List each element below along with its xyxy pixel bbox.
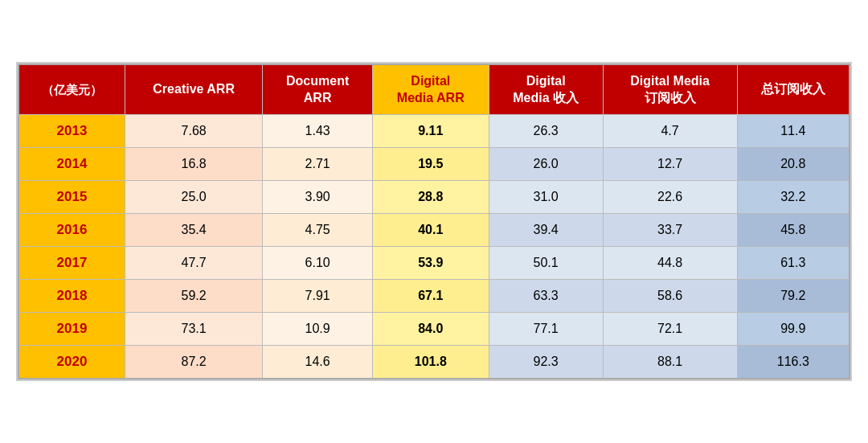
- header-creative-arr: Creative ARR: [125, 64, 263, 115]
- year-cell: 2014: [18, 148, 125, 181]
- creative-arr-cell: 25.0: [125, 181, 263, 214]
- data-table: （亿美元） Creative ARR DocumentARR DigitalMe…: [18, 64, 850, 380]
- digital-media-subscription-cell: 12.7: [603, 148, 737, 181]
- digital-media-subscription-cell: 22.6: [603, 181, 737, 214]
- document-arr-cell: 4.75: [263, 214, 372, 247]
- total-subscription-cell: 45.8: [737, 214, 850, 247]
- digital-media-revenue-cell: 77.1: [489, 313, 603, 346]
- digital-media-subscription-cell: 88.1: [603, 346, 737, 379]
- document-arr-cell: 3.90: [263, 181, 372, 214]
- digital-media-subscription-cell: 33.7: [603, 214, 737, 247]
- table-row: 201973.110.984.077.172.199.9: [18, 313, 850, 346]
- digital-media-arr-cell: 28.8: [372, 181, 489, 214]
- digital-media-arr-cell: 53.9: [372, 247, 489, 280]
- creative-arr-cell: 87.2: [125, 346, 263, 379]
- digital-media-arr-cell: 19.5: [372, 148, 489, 181]
- year-cell: 2020: [18, 346, 125, 379]
- digital-media-arr-cell: 67.1: [372, 280, 489, 313]
- total-subscription-cell: 116.3: [737, 346, 850, 379]
- total-subscription-cell: 79.2: [737, 280, 850, 313]
- digital-media-arr-cell: 101.8: [372, 346, 489, 379]
- header-digital-media-revenue: DigitalMedia 收入: [489, 64, 603, 115]
- year-cell: 2013: [18, 115, 125, 148]
- digital-media-revenue-cell: 92.3: [489, 346, 603, 379]
- table-row: 201416.82.7119.526.012.720.8: [18, 148, 850, 181]
- table-row: 201747.76.1053.950.144.861.3: [18, 247, 850, 280]
- table-row: 201635.44.7540.139.433.745.8: [18, 214, 850, 247]
- header-total-subscription: 总订阅收入: [737, 64, 850, 115]
- header-digital-media-arr: DigitalMedia ARR: [372, 64, 489, 115]
- table-row: 202087.214.6101.892.388.1116.3: [18, 346, 850, 379]
- digital-media-revenue-cell: 50.1: [489, 247, 603, 280]
- table-row: 201859.27.9167.163.358.679.2: [18, 280, 850, 313]
- main-table-wrapper: （亿美元） Creative ARR DocumentARR DigitalMe…: [16, 62, 852, 382]
- digital-media-subscription-cell: 44.8: [603, 247, 737, 280]
- document-arr-cell: 7.91: [263, 280, 372, 313]
- table-row: 201525.03.9028.831.022.632.2: [18, 181, 850, 214]
- year-cell: 2019: [18, 313, 125, 346]
- year-cell: 2017: [18, 247, 125, 280]
- document-arr-cell: 1.43: [263, 115, 372, 148]
- document-arr-cell: 6.10: [263, 247, 372, 280]
- digital-media-revenue-cell: 26.0: [489, 148, 603, 181]
- total-subscription-cell: 61.3: [737, 247, 850, 280]
- digital-media-revenue-cell: 26.3: [489, 115, 603, 148]
- year-cell: 2018: [18, 280, 125, 313]
- total-subscription-cell: 99.9: [737, 313, 850, 346]
- year-cell: 2016: [18, 214, 125, 247]
- digital-media-arr-cell: 84.0: [372, 313, 489, 346]
- digital-media-subscription-cell: 4.7: [603, 115, 737, 148]
- creative-arr-cell: 73.1: [125, 313, 263, 346]
- creative-arr-cell: 47.7: [125, 247, 263, 280]
- table-row: 20137.681.439.1126.34.711.4: [18, 115, 850, 148]
- header-document-arr: DocumentARR: [263, 64, 372, 115]
- digital-media-arr-cell: 40.1: [372, 214, 489, 247]
- digital-media-revenue-cell: 31.0: [489, 181, 603, 214]
- digital-media-subscription-cell: 72.1: [603, 313, 737, 346]
- total-subscription-cell: 20.8: [737, 148, 850, 181]
- total-subscription-cell: 32.2: [737, 181, 850, 214]
- digital-media-revenue-cell: 63.3: [489, 280, 603, 313]
- creative-arr-cell: 16.8: [125, 148, 263, 181]
- year-cell: 2015: [18, 181, 125, 214]
- digital-media-subscription-cell: 58.6: [603, 280, 737, 313]
- total-subscription-cell: 11.4: [737, 115, 850, 148]
- header-digital-media-subscription: Digital Media订阅收入: [603, 64, 737, 115]
- digital-media-arr-cell: 9.11: [372, 115, 489, 148]
- header-unit: （亿美元）: [18, 64, 125, 115]
- creative-arr-cell: 35.4: [125, 214, 263, 247]
- creative-arr-cell: 7.68: [125, 115, 263, 148]
- header-row: （亿美元） Creative ARR DocumentARR DigitalMe…: [18, 64, 850, 115]
- digital-media-revenue-cell: 39.4: [489, 214, 603, 247]
- creative-arr-cell: 59.2: [125, 280, 263, 313]
- document-arr-cell: 2.71: [263, 148, 372, 181]
- document-arr-cell: 10.9: [263, 313, 372, 346]
- document-arr-cell: 14.6: [263, 346, 372, 379]
